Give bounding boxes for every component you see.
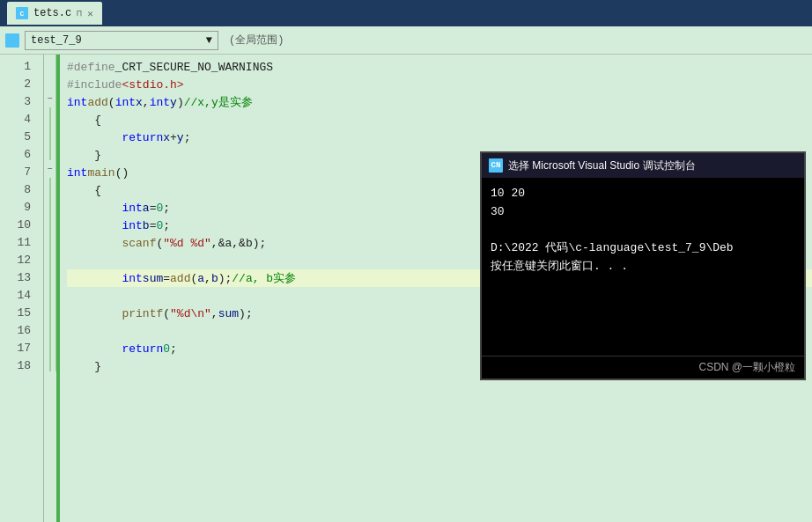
fold-1 xyxy=(44,55,55,72)
line-num-12: 12 xyxy=(0,252,36,269)
fn-scanf: scanf xyxy=(122,237,156,250)
paren-open-13: ( xyxy=(190,272,197,285)
fold-3-marker[interactable]: − xyxy=(44,90,55,107)
console-body: 10 20 30 D:\2022 代码\c-language\test_7_9\… xyxy=(482,178,804,356)
comma-11: , xyxy=(211,237,218,250)
pp-include: #include xyxy=(67,78,122,92)
type-int-10: int xyxy=(122,219,142,232)
comment-13: //a, b实参 xyxy=(232,270,296,286)
semi-9: ; xyxy=(163,202,170,215)
file-tab[interactable]: C tets.c ⊓ ✕ xyxy=(7,2,102,25)
fold-2 xyxy=(44,72,55,90)
line-num-15: 15 xyxy=(0,305,36,322)
fold-7-marker[interactable]: − xyxy=(44,160,55,178)
empty-16 xyxy=(67,325,74,338)
fold-12 xyxy=(44,248,55,266)
empty-14 xyxy=(67,290,74,303)
var-a: a xyxy=(143,202,150,215)
line-num-1: 1 xyxy=(0,58,36,76)
fold-13 xyxy=(44,266,55,283)
line-num-8: 8 xyxy=(0,181,36,199)
console-footer: CSDN @一颗小橙粒 xyxy=(482,356,804,379)
file-tab-icon: C xyxy=(16,7,28,19)
fold-gutter: − − xyxy=(44,55,56,522)
indent-5 xyxy=(67,131,122,144)
line-num-18: 18 xyxy=(0,357,36,375)
paren-close-11: ); xyxy=(253,237,267,250)
fold-8 xyxy=(44,178,55,195)
brace-close-18: } xyxy=(67,360,101,373)
file-tab-label: tets.c xyxy=(33,7,71,19)
fn-add: add xyxy=(87,96,107,109)
fold-4 xyxy=(44,107,55,125)
comma2-11: , xyxy=(232,237,239,250)
function-dropdown[interactable]: test_7_9 ▼ xyxy=(25,31,218,50)
line-num-17: 17 xyxy=(0,340,36,357)
indent-9 xyxy=(67,202,122,215)
indent-17 xyxy=(67,342,122,356)
brace-close-6: } xyxy=(67,149,101,162)
var-sum: sum xyxy=(143,272,163,285)
console-titlebar: CN 选择 Microsoft Visual Studio 调试控制台 xyxy=(482,153,804,178)
paren-close-3: ) xyxy=(177,96,184,109)
fn-main: main xyxy=(87,166,114,180)
num-0-9: 0 xyxy=(156,202,163,215)
line-num-4: 4 xyxy=(0,111,36,129)
code-line-1: #define _CRT_SECURE_NO_WARNINGS xyxy=(67,58,812,76)
indent-11 xyxy=(67,237,122,250)
define-val: _CRT_SECURE_NO_WARNINGS xyxy=(115,61,273,74)
code-line-3: int add(int x, int y)//x,y是实参 xyxy=(67,93,812,111)
code-line-5: return x + y; xyxy=(67,129,812,146)
num-0-17: 0 xyxy=(163,342,170,356)
eq-9: = xyxy=(150,202,157,215)
scope-label: (全局范围) xyxy=(229,33,284,48)
param-y: y xyxy=(170,96,177,109)
ret-y: y xyxy=(177,131,184,144)
eq-13: = xyxy=(163,272,170,285)
line-num-7: 7 xyxy=(0,164,36,181)
brace-open-4: { xyxy=(67,114,101,127)
arg-sum: sum xyxy=(218,307,239,320)
line-num-10: 10 xyxy=(0,217,36,234)
line-num-2: 2 xyxy=(0,76,36,93)
tab-close-icon[interactable]: ✕ xyxy=(87,8,93,19)
line-num-11: 11 xyxy=(0,234,36,252)
line-numbers: 1 2 3 4 5 6 7 8 9 10 11 12 13 14 15 16 1… xyxy=(0,55,44,522)
file-icon-box xyxy=(4,32,21,49)
fold-18 xyxy=(44,354,55,371)
semi-10: ; xyxy=(163,219,170,232)
line-num-3: 3 xyxy=(0,93,36,111)
indent-13 xyxy=(67,272,122,285)
fold-16 xyxy=(44,319,55,336)
semi-5: ; xyxy=(184,131,191,144)
toolbar: test_7_9 ▼ (全局范围) xyxy=(0,26,812,55)
semi-17: ; xyxy=(170,342,177,356)
line-num-16: 16 xyxy=(0,322,36,340)
kw-return-17: return xyxy=(122,342,163,356)
line-num-6: 6 xyxy=(0,146,36,164)
paren-open-15: ( xyxy=(163,307,170,320)
fold-14 xyxy=(44,283,55,301)
line-num-13: 13 xyxy=(0,269,36,287)
console-output-1: 10 20 xyxy=(491,185,795,203)
dropdown-arrow-icon: ▼ xyxy=(206,34,212,47)
comma-13: , xyxy=(204,272,211,285)
console-title: 选择 Microsoft Visual Studio 调试控制台 xyxy=(508,158,696,173)
type-int-9: int xyxy=(122,202,142,215)
line-num-14: 14 xyxy=(0,287,36,305)
console-output-5: 按任意键关闭此窗口. . . xyxy=(491,258,795,276)
tab-pin-icon[interactable]: ⊓ xyxy=(77,8,82,18)
console-output-4: D:\2022 代码\c-language\test_7_9\Deb xyxy=(491,239,795,258)
fold-11 xyxy=(44,231,55,248)
addr-b: &b xyxy=(239,237,253,250)
type-int-x: int xyxy=(115,96,136,109)
fn-printf: printf xyxy=(122,307,163,320)
code-line-2: #include<stdio.h> xyxy=(67,76,812,93)
ret-x: x xyxy=(163,131,170,144)
editor-area: 1 2 3 4 5 6 7 8 9 10 11 12 13 14 15 16 1… xyxy=(0,55,812,522)
console-icon: CN xyxy=(489,158,503,173)
indent-15 xyxy=(67,307,122,320)
console-output-2: 30 xyxy=(491,203,795,222)
indent-10 xyxy=(67,219,122,232)
fold-15 xyxy=(44,301,55,319)
